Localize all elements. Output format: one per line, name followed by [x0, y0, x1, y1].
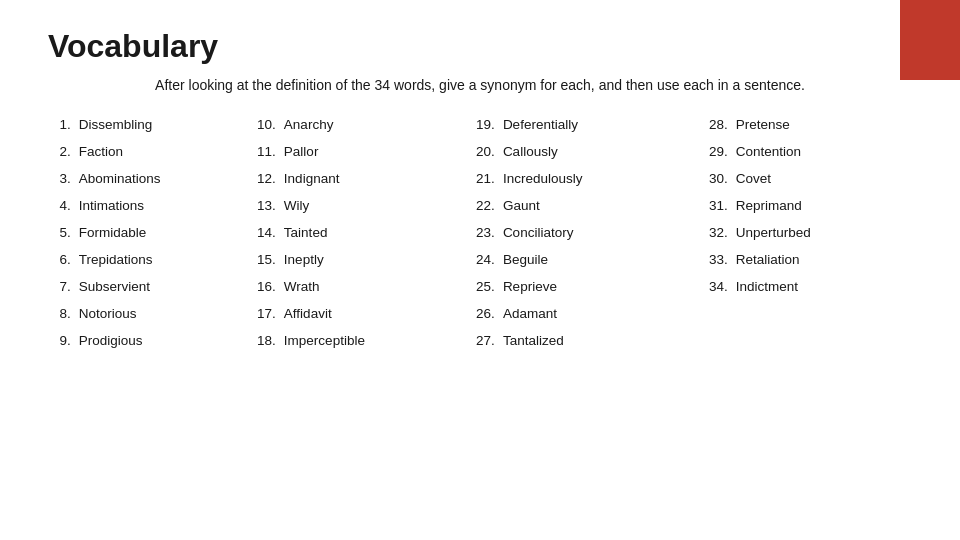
- vocab-cell: Subservient: [75, 274, 241, 301]
- vocab-cell: 32.: [693, 220, 732, 247]
- vocab-cell: Abominations: [75, 166, 241, 193]
- vocab-cell: Faction: [75, 139, 241, 166]
- vocab-cell: 28.: [693, 112, 732, 139]
- vocab-cell: 30.: [693, 166, 732, 193]
- table-row: 5.Formidable14.Tainted23.Conciliatory32.…: [48, 220, 912, 247]
- vocab-cell: 24.: [460, 247, 499, 274]
- vocab-cell: 2.: [48, 139, 75, 166]
- vocab-cell: Unperturbed: [732, 220, 912, 247]
- table-row: 7.Subservient16.Wrath25.Reprieve34.Indic…: [48, 274, 912, 301]
- vocab-cell: Reprimand: [732, 193, 912, 220]
- vocab-cell: [693, 328, 732, 355]
- vocab-cell: 5.: [48, 220, 75, 247]
- vocabulary-table: 1.Dissembling10.Anarchy19.Deferentially2…: [48, 112, 912, 354]
- vocab-cell: Wily: [280, 193, 460, 220]
- vocab-cell: 12.: [241, 166, 280, 193]
- vocab-cell: Callously: [499, 139, 693, 166]
- vocab-cell: Adamant: [499, 301, 693, 328]
- vocab-cell: Conciliatory: [499, 220, 693, 247]
- vocab-cell: Dissembling: [75, 112, 241, 139]
- vocab-cell: Deferentially: [499, 112, 693, 139]
- vocab-cell: Gaunt: [499, 193, 693, 220]
- vocab-cell: [693, 301, 732, 328]
- vocab-cell: Tainted: [280, 220, 460, 247]
- vocab-cell: Intimations: [75, 193, 241, 220]
- vocab-cell: 29.: [693, 139, 732, 166]
- vocab-cell: 34.: [693, 274, 732, 301]
- table-row: 9.Prodigious18.Imperceptible27.Tantalize…: [48, 328, 912, 355]
- main-content: Vocabulary After looking at the definiti…: [0, 0, 960, 374]
- vocab-cell: Formidable: [75, 220, 241, 247]
- vocab-cell: Reprieve: [499, 274, 693, 301]
- vocab-cell: 21.: [460, 166, 499, 193]
- vocab-cell: Wrath: [280, 274, 460, 301]
- page-title: Vocabulary: [48, 28, 912, 65]
- vocab-cell: 22.: [460, 193, 499, 220]
- vocab-cell: Covet: [732, 166, 912, 193]
- vocab-cell: Incredulously: [499, 166, 693, 193]
- vocab-cell: 20.: [460, 139, 499, 166]
- vocab-cell: Pallor: [280, 139, 460, 166]
- vocab-cell: 26.: [460, 301, 499, 328]
- vocab-cell: 31.: [693, 193, 732, 220]
- vocab-cell: 33.: [693, 247, 732, 274]
- vocab-cell: Tantalized: [499, 328, 693, 355]
- vocab-cell: 14.: [241, 220, 280, 247]
- vocab-cell: Pretense: [732, 112, 912, 139]
- vocab-cell: Prodigious: [75, 328, 241, 355]
- subtitle-text: After looking at the definition of the 3…: [48, 75, 912, 96]
- vocab-cell: Notorious: [75, 301, 241, 328]
- vocab-cell: 23.: [460, 220, 499, 247]
- vocab-cell: 17.: [241, 301, 280, 328]
- vocab-cell: 15.: [241, 247, 280, 274]
- vocab-cell: Indignant: [280, 166, 460, 193]
- vocab-cell: Anarchy: [280, 112, 460, 139]
- vocab-cell: 11.: [241, 139, 280, 166]
- vocab-cell: Ineptly: [280, 247, 460, 274]
- vocab-cell: Retaliation: [732, 247, 912, 274]
- table-row: 4.Intimations13.Wily22.Gaunt31.Reprimand: [48, 193, 912, 220]
- table-row: 8.Notorious17.Affidavit26.Adamant: [48, 301, 912, 328]
- vocab-cell: 10.: [241, 112, 280, 139]
- vocab-cell: 18.: [241, 328, 280, 355]
- table-row: 2.Faction11.Pallor20.Callously29.Content…: [48, 139, 912, 166]
- vocab-cell: 7.: [48, 274, 75, 301]
- vocab-cell: 8.: [48, 301, 75, 328]
- vocab-cell: 3.: [48, 166, 75, 193]
- vocab-cell: 6.: [48, 247, 75, 274]
- vocab-cell: 16.: [241, 274, 280, 301]
- vocab-cell: Imperceptible: [280, 328, 460, 355]
- vocab-cell: 25.: [460, 274, 499, 301]
- table-row: 1.Dissembling10.Anarchy19.Deferentially2…: [48, 112, 912, 139]
- vocab-cell: Affidavit: [280, 301, 460, 328]
- vocab-cell: 27.: [460, 328, 499, 355]
- table-row: 3.Abominations12.Indignant21.Incredulous…: [48, 166, 912, 193]
- vocab-cell: [732, 301, 912, 328]
- vocab-cell: Beguile: [499, 247, 693, 274]
- table-row: 6.Trepidations15.Ineptly24.Beguile33.Ret…: [48, 247, 912, 274]
- vocab-cell: 9.: [48, 328, 75, 355]
- vocab-cell: 4.: [48, 193, 75, 220]
- vocab-cell: 13.: [241, 193, 280, 220]
- red-corner-decoration: [900, 0, 960, 80]
- vocab-cell: 19.: [460, 112, 499, 139]
- vocab-cell: Contention: [732, 139, 912, 166]
- vocab-cell: Trepidations: [75, 247, 241, 274]
- vocab-cell: 1.: [48, 112, 75, 139]
- vocab-cell: [732, 328, 912, 355]
- vocab-cell: Indictment: [732, 274, 912, 301]
